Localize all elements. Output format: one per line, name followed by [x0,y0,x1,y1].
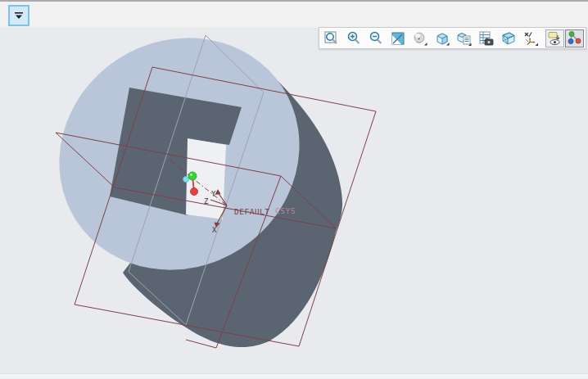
shading-style-button[interactable] [409,29,431,47]
annotation-display-button[interactable] [545,29,564,47]
perspective-view-button[interactable] [498,29,519,47]
zoom-out-icon [368,30,384,47]
csys-z-label: Z [204,197,209,205]
csys-name-label-dim[interactable]: CSYS [275,206,296,215]
datum-display-filters-button[interactable] [520,29,541,47]
zoom-in-button[interactable] [343,29,364,47]
saved-orientations-button[interactable] [454,29,475,47]
zoom-out-button[interactable] [365,29,387,47]
spin-center-icon [567,30,582,46]
refit-magnifier-icon [323,30,340,47]
csys-x-label: X [212,226,217,234]
viewport-dropdown-button[interactable] [8,5,29,26]
3d-viewport[interactable]: Z Y X DEFAULT CSYS [0,0,588,379]
graphics-toolbar [319,27,586,49]
cube-icon [434,30,450,47]
csys-y-label: Y [211,190,216,198]
note-eye-icon [547,30,563,46]
repaint-button[interactable] [387,29,409,47]
shaded-sphere-icon [412,30,428,47]
spin-center-toggle-button[interactable] [565,29,584,47]
repaint-icon [390,30,406,47]
datum-axes-icon [522,30,539,47]
zoom-in-icon [346,30,362,47]
cube-list-icon [456,30,473,47]
dropdown-filter-icon [12,10,25,21]
display-style-button[interactable] [432,29,453,47]
wireframe-cube-icon [500,30,517,47]
table-camera-icon [478,30,495,47]
cad-application-window: Z Y X DEFAULT CSYS [0,0,588,379]
model-view-canvas: Z Y X DEFAULT CSYS [0,0,588,379]
csys-name-label[interactable]: DEFAULT [234,207,270,216]
view-manager-button[interactable] [476,29,497,47]
refit-button[interactable] [321,29,342,47]
